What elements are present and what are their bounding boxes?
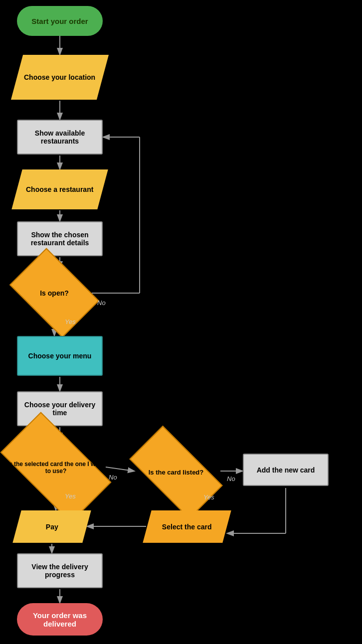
pay-node: Pay xyxy=(12,510,91,543)
no-label-3: No xyxy=(227,475,235,483)
choose-time-node: Choose your delivery time xyxy=(17,391,103,426)
add-new-card-node: Add the new card xyxy=(243,454,329,486)
is-open-diamond: Is open? xyxy=(17,267,92,319)
is-card-listed-diamond: Is the card listed? xyxy=(134,449,218,496)
svg-line-13 xyxy=(106,467,134,471)
choose-restaurant-node: Choose a restaurant xyxy=(11,169,108,209)
is-card-selected-diamond: Is the selected card the one I want to u… xyxy=(6,439,106,496)
no-label-1: No xyxy=(97,299,106,307)
flowchart: Start your order Choose your location Sh… xyxy=(0,0,362,644)
no-label-2: No xyxy=(109,474,117,481)
start-node: Start your order xyxy=(17,6,103,36)
view-progress-node: View the delivery progress xyxy=(17,553,103,588)
select-card-node: Select the card xyxy=(143,510,231,543)
show-restaurants-node: Show available restaurants xyxy=(17,120,103,155)
choose-menu-node: Choose your menu xyxy=(17,336,103,376)
show-details-node: Show the chosen restaurant details xyxy=(17,221,103,256)
yes-label-1: Yes xyxy=(65,318,76,325)
yes-label-3: Yes xyxy=(203,493,214,501)
delivered-node: Your order was delivered xyxy=(17,603,103,636)
choose-location-node: Choose your location xyxy=(11,55,109,100)
yes-label-2: Yes xyxy=(65,492,76,500)
